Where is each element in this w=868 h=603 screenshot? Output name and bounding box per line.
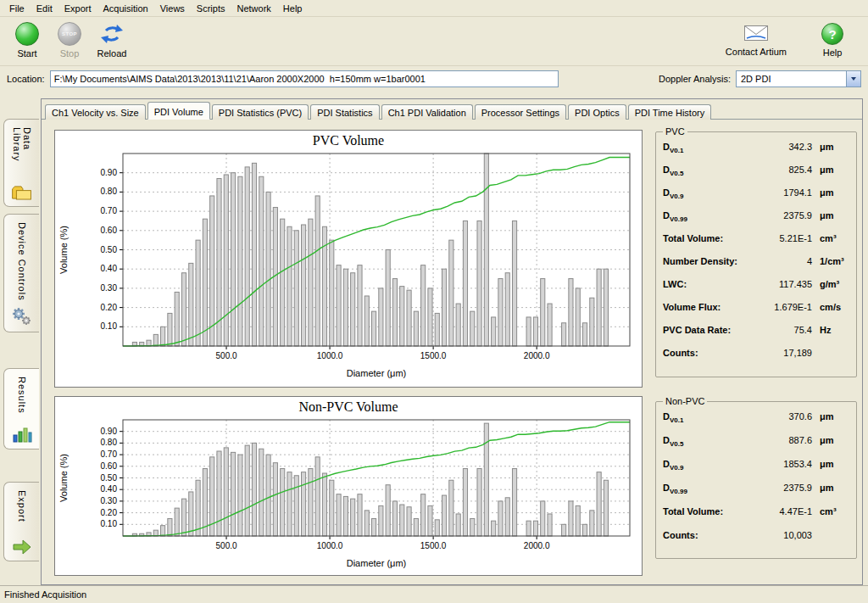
export-arrow-icon	[12, 539, 32, 556]
menu-item-export[interactable]: Export	[58, 1, 97, 16]
sidebar-item-label: Device Controls	[17, 222, 27, 301]
pvc-dv099-row: DV0.99 2375.9μm	[663, 210, 849, 233]
menu-item-scripts[interactable]: Scripts	[191, 1, 231, 16]
menu-item-help[interactable]: Help	[277, 1, 309, 16]
menu-item-network[interactable]: Network	[231, 1, 276, 16]
svg-text:0.80: 0.80	[101, 438, 118, 447]
sidebar-item-device-controls[interactable]: Device Controls	[3, 214, 39, 332]
svg-text:Diameter (μm): Diameter (μm)	[347, 368, 407, 378]
pvc-data-rate-row: PVC Data Rate: 75.4Hz	[663, 325, 849, 348]
nonpvc-counts-row: Counts: 10,003	[663, 530, 849, 554]
svg-text:Volume (%): Volume (%)	[58, 454, 69, 502]
reload-button[interactable]: Reload	[93, 20, 131, 59]
contact-artium-button[interactable]: Contact Artium	[726, 20, 787, 58]
svg-text:Diameter (μm): Diameter (μm)	[347, 558, 407, 568]
sidebar-item-label: Export	[17, 490, 27, 522]
tab-processor-settings[interactable]: Processor Settings	[475, 104, 566, 120]
nonpvc-dv01-row: DV0.1 370.6μm	[663, 411, 849, 435]
sidebar-item-label: Results	[17, 377, 27, 414]
dropdown-arrow-button[interactable]	[846, 71, 860, 87]
svg-text:0.20: 0.20	[101, 508, 118, 517]
nonpvc-dv05-row: DV0.5 887.6μm	[663, 435, 849, 459]
svg-text:0.10: 0.10	[101, 519, 118, 528]
stop-button: STOP Stop	[51, 20, 88, 59]
help-icon: ?	[821, 23, 843, 45]
svg-text:0.10: 0.10	[101, 321, 118, 331]
menu-item-edit[interactable]: Edit	[31, 1, 58, 16]
svg-text:0.50: 0.50	[101, 245, 118, 254]
chevron-down-icon	[851, 77, 856, 81]
menu-item-acquisition[interactable]: Acquisition	[97, 1, 154, 16]
svg-text:0.90: 0.90	[101, 168, 118, 177]
pvc-number-density-row: Number Density: 41/cm³	[663, 256, 849, 279]
main-panel: Ch1 Velocity vs. Size PDI Volume PDI Sta…	[41, 98, 863, 585]
location-label: Location:	[7, 74, 45, 84]
doppler-analysis-value: 2D PDI	[737, 74, 846, 84]
menu-item-views[interactable]: Views	[154, 1, 191, 16]
tab-pdi-statistics-pvc[interactable]: PDI Statistics (PVC)	[212, 104, 309, 120]
svg-text:0.90: 0.90	[101, 427, 118, 436]
svg-text:Volume (%): Volume (%)	[58, 226, 69, 274]
svg-text:0.40: 0.40	[101, 264, 118, 273]
stop-label: Stop	[60, 48, 80, 59]
svg-text:1500.0: 1500.0	[420, 541, 447, 550]
pvc-dv01-row: DV0.1 342.3μm	[663, 142, 849, 165]
help-button[interactable]: ? Help	[814, 20, 851, 58]
nonpvc-volume-chart: Non-PVC Volume 0.100.200.300.400.500.600…	[54, 396, 643, 576]
chart-title: Non-PVC Volume	[55, 397, 642, 416]
sidebar-item-export[interactable]: Export	[3, 482, 39, 561]
stop-icon: STOP	[58, 22, 81, 46]
nonpvc-volume-plot: 0.100.200.300.400.500.600.700.800.90500.…	[55, 416, 640, 572]
svg-text:0.30: 0.30	[101, 496, 118, 505]
start-button[interactable]: Start	[8, 20, 46, 59]
tab-pdi-volume[interactable]: PDI Volume	[147, 102, 210, 120]
contact-artium-envelope-icon	[743, 22, 770, 44]
tab-pdi-statistics[interactable]: PDI Statistics	[310, 104, 379, 120]
application-window: File Edit Export Acquisition Views Scrip…	[0, 0, 868, 603]
svg-text:1000.0: 1000.0	[317, 541, 343, 550]
pvc-dv05-row: DV0.5 825.4μm	[663, 165, 849, 187]
pvc-dv09-row: DV0.9 1794.1μm	[663, 187, 849, 210]
start-label: Start	[17, 48, 36, 59]
toolbar: Start STOP Stop Reload Contact Artiu	[0, 17, 868, 66]
svg-text:0.80: 0.80	[101, 187, 118, 196]
status-bar: Finished Acquisition	[0, 585, 868, 603]
doppler-analysis-label: Doppler Analysis:	[659, 74, 731, 84]
doppler-analysis-dropdown[interactable]: 2D PDI	[736, 70, 861, 87]
help-label: Help	[823, 47, 843, 58]
svg-text:0.60: 0.60	[101, 226, 118, 235]
pvc-panel-title: PVC	[663, 126, 687, 137]
svg-text:0.30: 0.30	[101, 283, 118, 293]
chart-title: PVC Volume	[55, 131, 642, 149]
nonpvc-total-volume-row: Total Volume: 4.47E-1cm³	[663, 506, 849, 530]
results-chart-icon	[12, 425, 32, 444]
svg-text:2000.0: 2000.0	[524, 351, 550, 360]
svg-text:0.70: 0.70	[101, 206, 118, 215]
tab-ch1-velocity-vs-size[interactable]: Ch1 Velocity vs. Size	[45, 104, 146, 120]
nonpvc-dv099-row: DV0.99 2375.9μm	[663, 483, 849, 506]
pvc-counts-row: Counts: 17,189	[663, 348, 849, 371]
svg-text:0.70: 0.70	[101, 449, 118, 459]
location-bar: Location: Doppler Analysis: 2D PDI	[0, 66, 868, 92]
pvc-stats-panel: PVC DV0.1 342.3μm DV0.5 825.4μm DV0.9 17…	[655, 126, 857, 377]
svg-text:0.40: 0.40	[101, 484, 118, 494]
menu-item-file[interactable]: File	[3, 1, 31, 16]
location-input[interactable]	[50, 70, 559, 87]
sidebar-item-label: Data Library	[12, 127, 32, 185]
tab-ch1-pdi-validation[interactable]: Ch1 PDI Validation	[381, 104, 473, 120]
folder-icon	[11, 185, 33, 201]
svg-text:500.0: 500.0	[216, 541, 237, 550]
pvc-lwc-row: LWC: 117.435g/m³	[663, 279, 849, 302]
pvc-total-volume-row: Total Volume: 5.21E-1cm³	[663, 233, 849, 256]
pvc-volume-chart: PVC Volume 0.100.200.300.400.500.600.700…	[54, 130, 643, 388]
pvc-volume-plot: 0.100.200.300.400.500.600.700.800.90500.…	[55, 149, 640, 382]
tab-pdi-optics[interactable]: PDI Optics	[568, 104, 626, 120]
tab-bar: Ch1 Velocity vs. Size PDI Volume PDI Sta…	[42, 99, 862, 120]
svg-text:0.60: 0.60	[101, 461, 118, 471]
sidebar-item-results[interactable]: Results	[3, 368, 39, 449]
tab-pdi-time-history[interactable]: PDI Time History	[628, 104, 712, 120]
status-text: Finished Acquisition	[4, 589, 86, 600]
reload-icon	[99, 22, 125, 46]
nonpvc-dv09-row: DV0.9 1853.4μm	[663, 459, 849, 483]
sidebar-item-data-library[interactable]: Data Library	[3, 119, 39, 207]
